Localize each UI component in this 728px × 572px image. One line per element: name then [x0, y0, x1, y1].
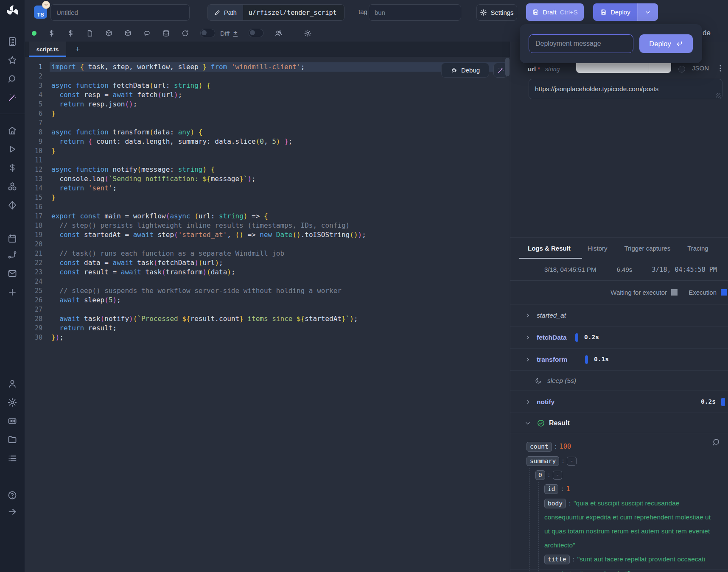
- json-key[interactable]: body: [544, 499, 566, 508]
- code-editor[interactable]: 1234567891011121314151617181920212223242…: [25, 57, 510, 572]
- sidebar-calendar-icon[interactable]: [7, 234, 17, 244]
- plus-minus-icon[interactable]: ±: [233, 29, 237, 37]
- sidebar-arrow-right-icon[interactable]: [7, 507, 17, 517]
- windmill-logo-icon[interactable]: [5, 3, 20, 19]
- code-line: // step() persists lightweight inline re…: [51, 221, 366, 230]
- run-tab-tracing[interactable]: Tracing: [687, 245, 708, 252]
- tag-input[interactable]: bun: [369, 4, 461, 21]
- editor-scrollbar-thumb[interactable]: [505, 58, 510, 76]
- sidebar-search-icon[interactable]: [7, 74, 17, 84]
- sidebar-building-icon[interactable]: [7, 36, 17, 47]
- sidebar-folder-icon[interactable]: [7, 435, 17, 445]
- run-tab-history[interactable]: History: [588, 245, 608, 252]
- debug-button[interactable]: Debug: [441, 63, 489, 78]
- line-number: 7: [25, 118, 42, 128]
- json-key[interactable]: 0: [535, 470, 545, 480]
- popover-deploy-button[interactable]: Deploy: [639, 34, 693, 53]
- code-content: import { task, step, workflow, sleep } f…: [51, 62, 366, 342]
- toolbar-dollar-icon[interactable]: [67, 29, 75, 37]
- execution-legend-label: Execution: [689, 289, 717, 296]
- toolbar-dollar-icon[interactable]: [48, 29, 56, 37]
- sidebar-plus-icon[interactable]: [7, 287, 17, 297]
- step-row-transform[interactable]: transform0.1s: [510, 349, 728, 371]
- line-number: 8: [25, 128, 42, 137]
- sidebar-dollar-icon[interactable]: [7, 163, 17, 173]
- editor-tab-bar: script.ts +: [25, 42, 510, 57]
- sidebar-mail-icon[interactable]: [7, 268, 17, 279]
- draft-shortcut: Ctrl+S: [560, 8, 578, 16]
- execution-bar: [585, 355, 588, 364]
- line-number: 30: [25, 333, 42, 342]
- deploy-button[interactable]: Deploy: [593, 3, 637, 21]
- diff-toggle[interactable]: [200, 29, 215, 37]
- json-key[interactable]: title: [544, 555, 570, 564]
- sidebar-star-icon[interactable]: [7, 55, 17, 65]
- toolbar-package-icon[interactable]: [105, 29, 113, 37]
- toolbar-refresh-icon[interactable]: [181, 29, 189, 37]
- popover-deploy-label: Deploy: [649, 40, 671, 48]
- deploy-menu-button[interactable]: [637, 3, 658, 21]
- json-value[interactable]: -: [567, 457, 576, 466]
- json-value: "quia et suscipit suscipit recusandae co…: [544, 499, 711, 549]
- add-tab-button[interactable]: +: [72, 44, 83, 55]
- toolbar-lasso-icon[interactable]: [143, 29, 151, 37]
- deploy-button-group: Deploy: [593, 3, 658, 21]
- sidebar-wand-icon[interactable]: [7, 92, 17, 103]
- resize-handle[interactable]: [716, 93, 721, 98]
- toolbar-package-icon[interactable]: [124, 29, 132, 37]
- sidebar-worker-icon[interactable]: [7, 416, 17, 426]
- code-line: // task() runs each function as a separa…: [51, 249, 366, 258]
- sidebar-diamond-icon[interactable]: [7, 200, 17, 210]
- sidebar-user-icon[interactable]: [7, 379, 17, 389]
- step-row-started-at[interactable]: started_at: [510, 304, 728, 326]
- json-value[interactable]: -: [553, 471, 562, 480]
- json-toggle[interactable]: [678, 66, 685, 73]
- edit-path-button[interactable]: Path: [208, 5, 243, 20]
- step-row-fetchData[interactable]: fetchData0.2s: [510, 326, 728, 349]
- path-value[interactable]: u/rfiszel/tender_script: [243, 5, 344, 20]
- json-key[interactable]: summary: [526, 456, 559, 466]
- code-line: [51, 72, 366, 81]
- run-tab-logs-result[interactable]: Logs & Result: [528, 245, 571, 252]
- kebab-menu-icon[interactable]: [716, 64, 725, 74]
- deploy-label: Deploy: [610, 8, 630, 16]
- save-draft-button[interactable]: Draft Ctrl+S: [526, 3, 584, 21]
- diff-label: Diff: [220, 30, 230, 37]
- sidebar-route-icon[interactable]: [7, 250, 17, 260]
- json-row-count: count:100: [526, 439, 717, 454]
- line-number: 21: [25, 249, 42, 258]
- json-key[interactable]: id: [544, 484, 558, 494]
- sidebar-play-icon[interactable]: [7, 144, 17, 154]
- step-row-Result[interactable]: Result: [510, 413, 728, 433]
- sidebar-help-icon[interactable]: [7, 490, 17, 500]
- sidebar-gear-icon[interactable]: [7, 397, 17, 407]
- line-number: 13: [25, 174, 42, 184]
- toolbar-gear-icon[interactable]: [304, 29, 312, 37]
- run-panel-tabs: Logs & ResultHistoryTrigger capturesTrac…: [510, 237, 728, 259]
- url-input[interactable]: https://jsonplaceholder.typicode.com/pos…: [529, 79, 722, 99]
- multiplayer-toggle[interactable]: [249, 29, 263, 37]
- json-row-id: id:1: [544, 482, 717, 496]
- deployment-message-input[interactable]: Deployment message: [529, 34, 633, 53]
- sidebar-boxes-icon[interactable]: [7, 181, 17, 192]
- toolbar-users-icon[interactable]: [274, 29, 283, 37]
- script-name-input[interactable]: Untitled: [50, 4, 190, 21]
- step-row-sleep-5s-[interactable]: sleep (5s): [510, 371, 728, 391]
- settings-button[interactable]: Settings: [476, 4, 517, 21]
- code-line: [51, 156, 366, 165]
- json-key[interactable]: count: [526, 442, 552, 452]
- line-number: 29: [25, 324, 42, 333]
- search-icon[interactable]: [712, 438, 721, 446]
- tab-script-ts[interactable]: script.ts: [29, 42, 66, 57]
- code-line: const resp = await fetch(url);: [51, 90, 366, 100]
- sidebar-list-icon[interactable]: [7, 453, 17, 463]
- json-row-summary: summary:-: [526, 454, 717, 468]
- execution-legend-swatch: [721, 289, 727, 296]
- toolbar-database-icon[interactable]: [162, 29, 170, 37]
- step-row-notify[interactable]: notify0.2s: [510, 391, 728, 413]
- url-value: https://jsonplaceholder.typicode.com/pos…: [535, 85, 658, 93]
- sidebar-home-icon[interactable]: [7, 126, 17, 136]
- bug-icon: [451, 67, 458, 74]
- toolbar-file-icon[interactable]: [86, 29, 94, 37]
- run-tab-trigger-captures[interactable]: Trigger captures: [624, 245, 671, 252]
